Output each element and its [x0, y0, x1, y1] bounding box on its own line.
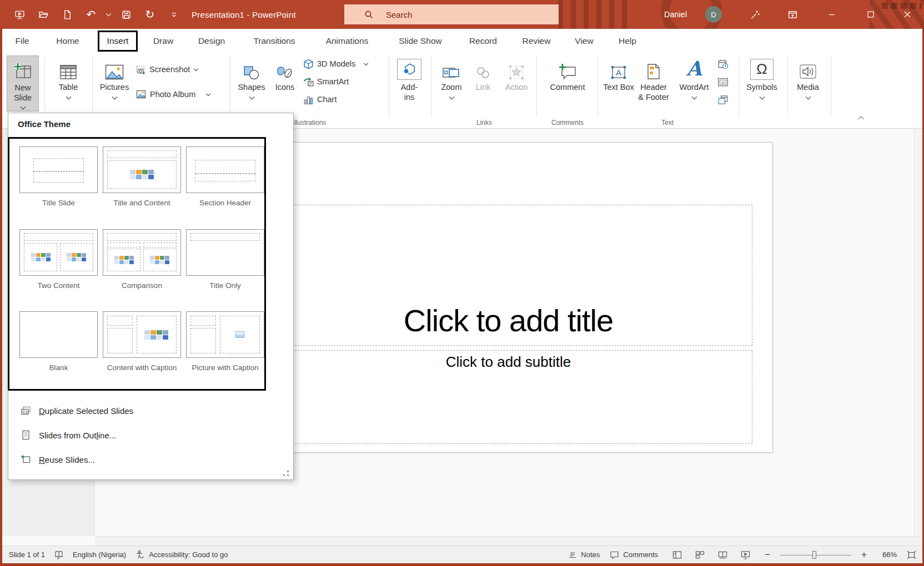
- notes-button[interactable]: Notes: [568, 550, 600, 559]
- undo-menu-caret-icon[interactable]: [106, 11, 112, 17]
- zoom-in-button[interactable]: +: [861, 550, 867, 559]
- table-icon: [59, 58, 77, 80]
- object-icon: [717, 94, 729, 105]
- slide-show-button[interactable]: [741, 550, 750, 559]
- slide-indicator[interactable]: Slide 1 of 1: [9, 550, 45, 559]
- table-button[interactable]: Table: [51, 55, 86, 112]
- group-label-comments: Comments: [548, 119, 587, 128]
- pictures-button[interactable]: Pictures: [98, 55, 131, 112]
- comments-button[interactable]: Comments: [610, 550, 658, 559]
- symbols-button[interactable]: Symbols: [744, 55, 780, 112]
- chart-button[interactable]: Chart: [303, 92, 337, 107]
- smartart-button[interactable]: SmartArt: [303, 74, 349, 89]
- screenshot-button[interactable]: Screenshot: [135, 62, 198, 77]
- collapse-ribbon-button[interactable]: [855, 115, 866, 124]
- header-footer-icon: [646, 58, 661, 80]
- zoom-slider-thumb[interactable]: [812, 551, 816, 559]
- shapes-button[interactable]: Shapes: [235, 55, 268, 112]
- tab-view[interactable]: View: [571, 29, 597, 53]
- tab-file[interactable]: File: [10, 29, 34, 53]
- minimize-button[interactable]: [815, 0, 848, 29]
- comment-button[interactable]: Comment: [548, 55, 587, 112]
- customize-qat-icon[interactable]: [165, 6, 182, 23]
- user-name[interactable]: Daniel: [664, 0, 687, 29]
- subtitle-placeholder[interactable]: Click to add subtitle: [264, 350, 752, 444]
- zoom-out-button[interactable]: −: [765, 550, 770, 559]
- window-border: [0, 29, 2, 566]
- zoom-slider[interactable]: [780, 551, 851, 559]
- tab-record[interactable]: Record: [466, 29, 500, 53]
- icons-button[interactable]: Icons: [271, 55, 299, 112]
- add-ins-button[interactable]: Add-ins: [392, 55, 426, 112]
- title-placeholder-text: Click to add title: [404, 302, 613, 345]
- close-button[interactable]: [891, 0, 924, 29]
- tab-review[interactable]: Review: [520, 29, 553, 53]
- screenshot-icon: [135, 64, 146, 75]
- chevron-down-icon: [249, 94, 254, 99]
- subtitle-placeholder-text: Click to add subtitle: [446, 351, 571, 371]
- redo-icon[interactable]: ↻: [142, 6, 158, 23]
- annotation-box-insert-tab: [98, 31, 138, 52]
- avatar[interactable]: D: [705, 6, 722, 23]
- tab-home[interactable]: Home: [52, 29, 83, 53]
- duplicate-slides-icon: [21, 406, 31, 416]
- title-placeholder[interactable]: Click to add title: [264, 205, 752, 346]
- save-icon[interactable]: [118, 6, 134, 23]
- object-button[interactable]: [717, 93, 729, 107]
- wordart-button[interactable]: WordArt: [676, 55, 712, 112]
- horizontal-scrollbar[interactable]: [95, 536, 924, 545]
- zoom-button[interactable]: Zoom: [436, 55, 466, 112]
- slide-sorter-view-button[interactable]: [695, 550, 705, 559]
- zoom-level[interactable]: 66%: [877, 550, 897, 559]
- symbols-label: Symbols: [746, 83, 777, 93]
- tab-draw[interactable]: Draw: [148, 29, 179, 53]
- tab-transitions[interactable]: Transitions: [247, 29, 302, 53]
- 3d-models-button[interactable]: 3D Models: [303, 57, 368, 71]
- tab-animations[interactable]: Animations: [320, 29, 374, 53]
- new-slide-label: New Slide: [7, 83, 38, 103]
- group-label-text: Text: [603, 119, 732, 128]
- header-footer-button[interactable]: Header & Footer: [637, 55, 670, 112]
- undo-icon[interactable]: ↶: [83, 6, 99, 23]
- text-box-label: Text Box: [603, 83, 634, 93]
- 3d-models-label: 3D Models: [317, 59, 355, 68]
- date-time-icon: [717, 59, 729, 70]
- comment-icon: [559, 58, 577, 80]
- maximize-button[interactable]: [854, 0, 887, 29]
- window-border: [0, 563, 924, 566]
- language-indicator[interactable]: English (Nigeria): [73, 550, 126, 559]
- search-input[interactable]: Search: [344, 4, 559, 24]
- menu-reuse-slides[interactable]: Reuse Slides...: [8, 447, 293, 472]
- quick-access-toolbar: ↶ ↻: [11, 0, 182, 29]
- vertical-scrollbar[interactable]: [914, 129, 922, 536]
- icons-label: Icons: [275, 83, 295, 93]
- normal-view-button[interactable]: [672, 550, 682, 559]
- status-bar: Slide 1 of 1 English (Nigeria) Accessibi…: [0, 545, 924, 563]
- slide-number-button[interactable]: #: [717, 75, 729, 89]
- new-slide-button[interactable]: New Slide: [7, 55, 39, 112]
- photo-album-button[interactable]: Photo Album: [135, 87, 210, 102]
- chevron-down-icon: [194, 66, 198, 70]
- table-label: Table: [59, 83, 78, 93]
- dropdown-resize-grip[interactable]: [283, 471, 289, 476]
- spell-check-icon[interactable]: [54, 550, 64, 560]
- text-box-button[interactable]: A Text Box: [603, 55, 634, 112]
- ribbon-display-options-icon[interactable]: [780, 0, 805, 29]
- reading-view-button[interactable]: [718, 550, 727, 559]
- slide-canvas[interactable]: Click to add title Click to add subtitle: [243, 142, 773, 453]
- menu-duplicate-selected-slides[interactable]: Duplicate Selected Slides: [8, 398, 293, 423]
- open-file-icon[interactable]: [35, 6, 52, 23]
- tab-help[interactable]: Help: [614, 29, 641, 53]
- date-time-button[interactable]: [717, 57, 729, 72]
- accessibility-status[interactable]: Accessibility: Good to go: [135, 550, 228, 560]
- menu-slides-from-outline[interactable]: Slides from Outline...: [8, 423, 293, 447]
- tab-design[interactable]: Design: [194, 29, 229, 53]
- tab-slide-show[interactable]: Slide Show: [393, 29, 448, 53]
- media-label: Media: [797, 83, 819, 93]
- fit-to-window-button[interactable]: [907, 550, 916, 559]
- new-file-icon[interactable]: [59, 6, 76, 23]
- media-button[interactable]: Media: [792, 55, 824, 112]
- start-presentation-icon[interactable]: [11, 6, 28, 23]
- powerpoint-window: ↶ ↻ Presentation1 - PowerPoint Search Da…: [0, 0, 924, 566]
- coming-soon-wand-icon[interactable]: [742, 0, 767, 29]
